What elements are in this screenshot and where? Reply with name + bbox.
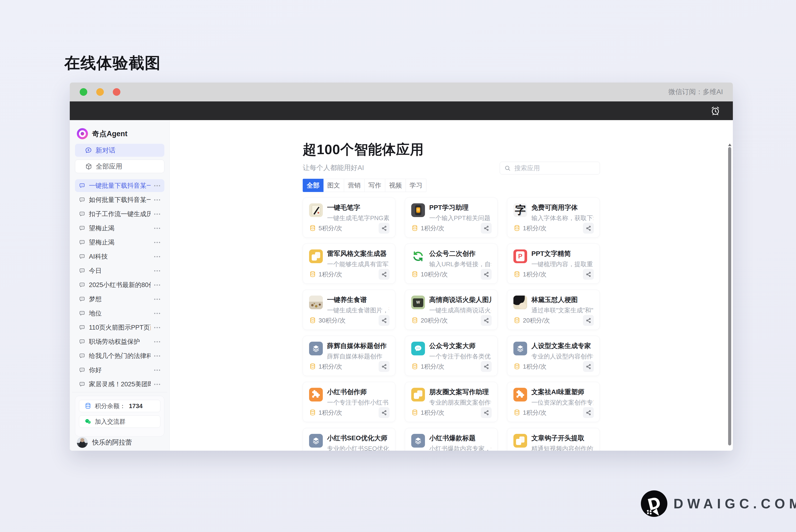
app-card[interactable]: 林黛玉怼人梗图 通过串联"文案生成"和"图像生... 20积分/次	[507, 290, 600, 330]
share-icon	[586, 318, 591, 323]
points-balance-button[interactable]: 积分余额：1734	[79, 400, 160, 412]
chat-more-icon[interactable]	[154, 341, 155, 342]
chat-item[interactable]: 望梅止渴	[75, 222, 164, 234]
chat-item[interactable]: 给我几个热门的法律科普的主题	[75, 349, 164, 362]
share-button[interactable]	[481, 315, 492, 326]
app-card[interactable]: P PPT文字精简 一键梳理内容，提取重点 1积分/次	[507, 244, 600, 284]
chat-item[interactable]: 2025小红书最新的80份PPT案例	[75, 279, 164, 291]
share-icon	[381, 410, 387, 416]
app-card[interactable]: 雷军风格文案生成器 一个能够生成具有雷军风格营... 1积分/次	[303, 244, 395, 284]
category-tab[interactable]: 图文	[323, 179, 344, 192]
app-card[interactable]: 文章钩子开头提取 精通短视频内容创作的文案提...	[507, 428, 600, 451]
chat-more-icon[interactable]	[154, 284, 155, 286]
window-close-button[interactable]	[113, 88, 120, 96]
app-card[interactable]: 小红书创作师 一个专注于创作小红书风格内... 1积分/次	[303, 382, 395, 422]
chat-more-icon[interactable]	[154, 256, 155, 257]
share-button[interactable]	[481, 269, 492, 280]
category-tab[interactable]: 写作	[365, 179, 385, 192]
chat-item-label: 2025小红书最新的80份PPT案例	[89, 281, 151, 289]
chat-item-label: 望梅止渴	[89, 224, 151, 232]
share-button[interactable]	[379, 315, 390, 326]
share-button[interactable]	[583, 223, 594, 234]
chat-more-icon[interactable]	[154, 299, 155, 300]
search-input[interactable]	[514, 164, 599, 172]
app-card[interactable]: 字 免费可商用字体 输入字体名称，获取下载链接 1积分/次	[507, 197, 600, 238]
share-button[interactable]	[481, 361, 492, 372]
chat-item[interactable]: 梦想	[75, 293, 164, 305]
app-card-title: 薛辉自媒体标题创作	[327, 342, 389, 350]
join-group-button[interactable]: 加入交流群	[79, 415, 160, 428]
chat-more-icon[interactable]	[154, 270, 155, 271]
scrollbar-up-arrow-icon[interactable]	[728, 142, 732, 146]
chat-more-icon[interactable]	[154, 185, 155, 186]
chat-more-icon[interactable]	[154, 355, 155, 357]
chat-item-label: 你好	[89, 366, 151, 374]
category-tab[interactable]: 视频	[385, 179, 406, 192]
app-cost: 1积分/次	[513, 270, 547, 279]
share-button[interactable]	[583, 407, 594, 418]
chat-more-icon[interactable]	[154, 242, 155, 243]
alarm-clock-icon[interactable]	[710, 105, 721, 117]
share-button[interactable]	[583, 315, 594, 326]
app-card[interactable]: 公众号二次创作 输入URL参考链接，自动对内... 10积分/次	[405, 244, 497, 284]
chat-more-icon[interactable]	[154, 369, 155, 371]
share-button[interactable]	[379, 361, 390, 372]
chat-more-icon[interactable]	[154, 199, 155, 201]
app-card[interactable]: 朋友圈文案写作助理 专业的朋友圈文案创作专家，... 1积分/次	[405, 382, 497, 422]
window-titlebar: 微信订阅：多维AI	[70, 82, 733, 101]
chat-item-label: 职场劳动权益保护	[89, 337, 151, 346]
all-apps-button[interactable]: 全部应用	[75, 159, 164, 173]
app-card-title: 文案祛AI味重塑师	[531, 388, 593, 396]
chat-item[interactable]: 望梅止渴	[75, 236, 164, 249]
share-button[interactable]	[379, 223, 390, 234]
chat-more-icon[interactable]	[154, 327, 155, 328]
app-card[interactable]: 公众号文案大师 一个专注于创作各类优质公众... 1积分/次	[405, 336, 497, 376]
chat-item[interactable]: 地位	[75, 307, 164, 320]
category-tab[interactable]: 学习	[406, 179, 427, 192]
chat-item[interactable]: 110页火箭图示PPT页面版式，支	[75, 321, 164, 334]
user-account[interactable]: 快乐的阿拉蕾	[77, 437, 132, 448]
puzzle-app-icon	[309, 388, 323, 401]
app-card[interactable]: 一键养生食谱 一键生成生食谱图片，试试输... 30积分/次	[303, 290, 395, 330]
brand: 奇点Agent	[77, 128, 128, 139]
share-button[interactable]	[379, 407, 390, 418]
app-card[interactable]: 一键毛笔字 一键生成毛笔字PNG素材 5积分/次	[303, 197, 395, 238]
app-card[interactable]: 薛辉自媒体标题创作 薛辉自媒体标题创作 1积分/次	[303, 336, 395, 376]
chat-item[interactable]: 家居灵感！2025美团即时零售品	[75, 378, 164, 387]
chat-item[interactable]: 今日	[75, 264, 164, 277]
chat-more-icon[interactable]	[154, 228, 155, 229]
app-card[interactable]: 小红书SEO优化大师 专业的小红书SEO优化大师...	[303, 428, 395, 451]
chat-item[interactable]: 你好	[75, 364, 164, 376]
chat-more-icon[interactable]	[154, 313, 155, 314]
share-button[interactable]	[379, 269, 390, 280]
chat-item[interactable]: 一键批量下载抖音某一个博主的全	[75, 179, 164, 192]
chat-more-icon[interactable]	[154, 213, 155, 215]
app-cost: 10积分/次	[411, 270, 448, 279]
category-tab[interactable]: 营销	[344, 179, 365, 192]
share-button[interactable]	[481, 223, 492, 234]
window-minimize-button[interactable]	[96, 88, 104, 96]
chat-item[interactable]: AI科技	[75, 250, 164, 263]
app-card[interactable]: 人设型文案生成专家 专业的人设型内容创作专家，... 1积分/次	[507, 336, 600, 376]
chat-more-icon[interactable]	[154, 384, 155, 385]
window-maximize-button[interactable]	[80, 88, 87, 96]
app-card[interactable]: W 高情商说话火柴人图片 一键生成高情商说话火柴人图片 20积分/次	[405, 290, 497, 330]
share-button[interactable]	[583, 361, 594, 372]
new-chat-button[interactable]: 新对话	[75, 144, 164, 157]
app-card[interactable]: PPT学习助理 一个输入PPT相关问题，能... 1积分/次	[405, 197, 497, 238]
app-card[interactable]: 小红书爆款标题 小红书爆款内容专家，专精于...	[405, 428, 497, 451]
app-card-desc: 一键生成生食谱图片，试试输...	[327, 306, 389, 315]
app-card-desc: 一键梳理内容，提取重点	[531, 260, 593, 268]
share-button[interactable]	[583, 269, 594, 280]
chat-item[interactable]: 职场劳动权益保护	[75, 335, 164, 348]
chat-item[interactable]: 扣子工作流一键生成历史故事视频	[75, 208, 164, 221]
category-tab[interactable]: 全部	[303, 179, 323, 192]
app-card-desc: 一个专注于创作各类优质公众...	[429, 352, 491, 361]
scrollbar-thumb[interactable]	[728, 147, 731, 445]
app-card[interactable]: 文案祛AI味重塑师 一位资深的文案创作专家和人... 1积分/次	[507, 382, 600, 422]
share-button[interactable]	[481, 407, 492, 418]
chat-item[interactable]: 如何批量下载抖音某一个博主的全	[75, 193, 164, 206]
points-balance-value: 1734	[129, 402, 143, 410]
chat-item-label: 给我几个热门的法律科普的主题	[89, 352, 151, 360]
chat-bubble-icon	[79, 367, 86, 373]
